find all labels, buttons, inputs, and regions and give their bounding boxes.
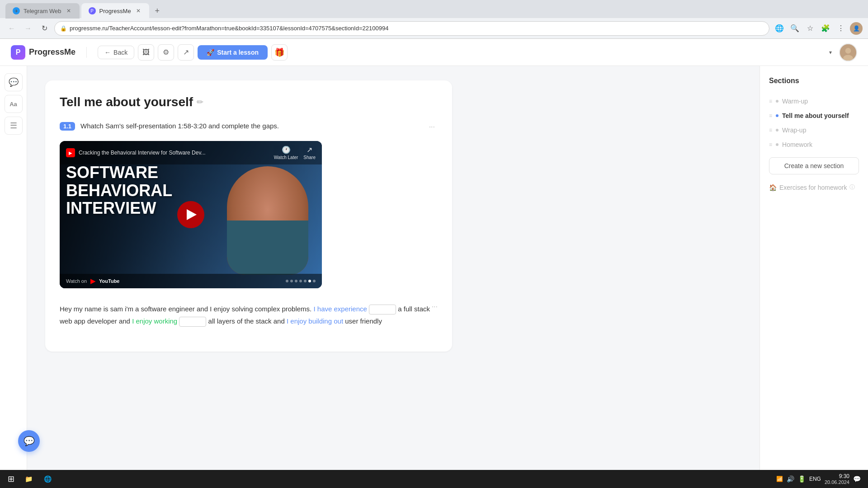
section-item-warmup[interactable]: ≡ Warm-up — [769, 94, 859, 108]
browser-user-avatar[interactable]: 👤 — [850, 22, 863, 35]
translate-browser-icon[interactable]: 🌐 — [773, 22, 786, 35]
lesson-title-edit-icon[interactable]: ✏ — [197, 97, 203, 107]
task-row: 1.1 Whatch Sam's self-presentation 1:58-… — [60, 122, 438, 132]
address-bar[interactable]: 🔒 progressme.ru/TeacherAccount/lesson-ed… — [54, 21, 769, 36]
share-video-button[interactable]: ↗ Share — [303, 145, 316, 160]
section-label-warmup: Warm-up — [782, 98, 808, 105]
video-title-bar: ▶ Cracking the Behavioral Interview for … — [60, 141, 322, 164]
dot-6 — [308, 280, 311, 282]
svg-point-2 — [843, 55, 853, 61]
paragraph-text-1: Hey my name is sam i'm a software engine… — [60, 305, 311, 313]
app-logo[interactable]: P ProgressMe — [11, 45, 75, 60]
tab-telegram-close[interactable]: ✕ — [65, 7, 72, 14]
task-number: 1.1 — [60, 122, 75, 131]
dot-2 — [290, 280, 293, 282]
back-nav-button[interactable]: ← — [5, 22, 18, 35]
tab-progressme-label: ProgressMe — [99, 8, 131, 14]
reload-button[interactable]: ↻ — [38, 22, 51, 35]
dot-homework — [776, 143, 778, 146]
share-button[interactable]: ↗ — [178, 44, 194, 61]
dot-5 — [304, 280, 307, 282]
gift-icon: 🎁 — [274, 47, 284, 57]
chat-bubble-button[interactable]: 💬 — [18, 430, 40, 452]
system-clock: 9:30 20.06.2024 — [825, 473, 849, 485]
lesson-title-row: Tell me about yourself ✏ — [60, 95, 438, 109]
share-label: Share — [303, 155, 316, 160]
back-button[interactable]: ← Back — [98, 46, 134, 59]
dot-tellme — [776, 114, 778, 117]
drag-icon-warmup: ≡ — [769, 98, 772, 104]
gap-input-1[interactable] — [369, 305, 396, 314]
header-divider — [86, 47, 87, 58]
start-lesson-button[interactable]: 🚀 Start a lesson — [198, 45, 268, 60]
video-title: Cracking the Behavioral Interview for So… — [79, 150, 270, 156]
section-label-wrapup: Wrap-up — [782, 127, 806, 134]
start-label: Start a lesson — [217, 49, 259, 56]
tab-telegram[interactable]: ✈ Telegram Web ✕ — [5, 3, 80, 19]
create-section-button[interactable]: Create a new section — [769, 157, 859, 174]
highlight-3: I enjoy building out — [287, 317, 343, 325]
video-actions: 🕐 Watch Later ↗ Share — [274, 145, 316, 160]
taskbar-file-explorer[interactable]: 📁 — [20, 472, 37, 486]
back-label: Back — [113, 49, 127, 56]
watch-later-label: Watch Later — [274, 155, 298, 160]
comment-sidebar-button[interactable]: 💬 — [5, 73, 23, 91]
new-tab-button[interactable]: + — [151, 5, 164, 17]
video-bottom-bar: Watch on ▶ YouTube — [60, 274, 322, 288]
text-middle-2: all layers of the stack and — [208, 317, 285, 325]
chat-icon: 💬 — [24, 436, 35, 446]
logo-icon: P — [11, 45, 25, 60]
dot-4 — [299, 280, 302, 282]
tab-progressme-close[interactable]: ✕ — [135, 7, 142, 14]
thumbnail-button[interactable]: 🖼 — [138, 44, 154, 61]
dot-3 — [295, 280, 297, 282]
gift-button[interactable]: 🎁 — [271, 44, 288, 61]
browser-toolbar: ← → ↻ 🔒 progressme.ru/TeacherAccount/les… — [0, 18, 868, 39]
section-item-homework[interactable]: ≡ Homework — [769, 137, 859, 152]
content-menu-button[interactable]: ··· — [432, 303, 438, 311]
header-chevron-icon[interactable]: ▾ — [829, 49, 832, 56]
settings-button[interactable]: ⚙ — [158, 44, 174, 61]
zoom-icon[interactable]: 🔍 — [788, 22, 801, 35]
play-button[interactable] — [177, 201, 204, 228]
taskbar-chrome[interactable]: 🌐 — [39, 472, 56, 486]
tab-progressme[interactable]: P ProgressMe ✕ — [81, 3, 149, 19]
battery-tray-icon: 🔋 — [798, 475, 806, 483]
section-item-tellme[interactable]: ≡ Tell me about yourself — [769, 108, 859, 123]
extensions-icon[interactable]: 🧩 — [819, 22, 832, 35]
notification-tray-icon[interactable]: 💬 — [853, 475, 861, 483]
file-explorer-icon: 📁 — [24, 475, 33, 483]
video-progress-dots — [286, 280, 316, 282]
watch-later-button[interactable]: 🕐 Watch Later — [274, 145, 298, 160]
main-content: Tell me about yourself ✏ 1.1 Whatch Sam'… — [27, 66, 760, 488]
forward-nav-button[interactable]: → — [22, 22, 34, 35]
highlight-2: I enjoy working — [132, 317, 177, 325]
task-menu-button[interactable]: ··· — [426, 122, 438, 132]
list-icon: ☰ — [10, 121, 17, 131]
start-menu-button[interactable]: ⊞ — [4, 472, 18, 486]
sound-tray-icon: 🔊 — [787, 475, 794, 483]
list-sidebar-button[interactable]: ☰ — [5, 117, 23, 135]
gap-input-2[interactable] — [179, 317, 206, 327]
drag-icon-tellme: ≡ — [769, 113, 772, 119]
shirt-element — [227, 221, 308, 275]
gap-fill-section: ··· Hey my name is sam i'm a software en… — [60, 303, 438, 327]
video-container[interactable]: ▶ Cracking the Behavioral Interview for … — [60, 141, 322, 288]
drag-icon-wrapup: ≡ — [769, 127, 772, 133]
section-item-wrapup[interactable]: ≡ Wrap-up — [769, 123, 859, 137]
youtube-favicon: ▶ — [66, 148, 75, 157]
translate-sidebar-button[interactable]: Aa — [5, 95, 23, 113]
homework-label: Exercises for homework — [779, 184, 847, 191]
user-avatar[interactable] — [839, 43, 857, 61]
homework-exercises-row[interactable]: 🏠 Exercises for homework ⓘ — [769, 180, 859, 195]
homework-info-icon[interactable]: ⓘ — [849, 183, 855, 191]
bookmark-icon[interactable]: ☆ — [804, 22, 816, 35]
browser-menu-icon[interactable]: ⋮ — [835, 22, 847, 35]
sections-title: Sections — [769, 77, 859, 85]
back-arrow-icon: ← — [104, 49, 111, 56]
youtube-text-logo: YouTube — [99, 278, 119, 284]
dot-warmup — [776, 100, 778, 103]
address-text: progressme.ru/TeacherAccount/lesson-edit… — [70, 25, 388, 32]
progressme-favicon: P — [89, 7, 96, 14]
telegram-favicon: ✈ — [13, 7, 20, 14]
